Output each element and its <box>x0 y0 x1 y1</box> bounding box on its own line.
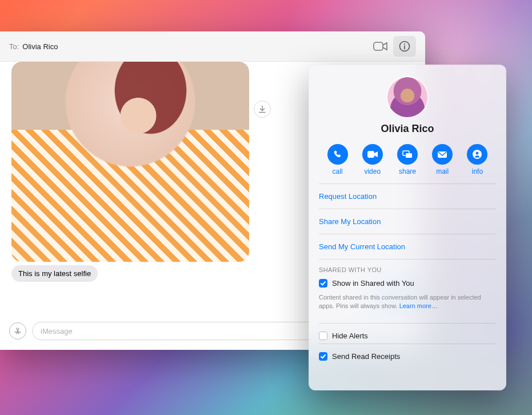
person-icon <box>473 150 482 159</box>
app-store-icon <box>13 326 22 336</box>
checkbox-icon <box>319 352 327 361</box>
video-action[interactable]: video <box>355 144 390 175</box>
share-action[interactable]: share <box>390 144 425 175</box>
show-in-shared-checkbox-row[interactable]: Show in Shared with You <box>319 273 496 291</box>
received-photo[interactable] <box>11 62 249 262</box>
desktop-wallpaper: To: Olivia Rico <box>0 0 532 415</box>
contact-name: Olivia Rico <box>319 123 496 135</box>
svg-rect-3 <box>367 151 374 158</box>
learn-more-link[interactable]: Learn more… <box>399 302 438 309</box>
svg-rect-0 <box>374 42 383 50</box>
video-icon <box>367 151 378 158</box>
share-label: share <box>399 167 416 175</box>
shared-with-you-heading: SHARED WITH YOU <box>319 259 496 273</box>
show-in-shared-label: Show in Shared with You <box>332 279 414 288</box>
video-label: video <box>364 167 381 175</box>
send-current-location-link[interactable]: Send My Current Location <box>319 234 496 259</box>
mail-action[interactable]: mail <box>425 144 460 175</box>
share-my-location-link[interactable]: Share My Location <box>319 209 496 234</box>
mail-label: mail <box>436 167 449 175</box>
call-action[interactable]: call <box>320 144 355 175</box>
request-location-link[interactable]: Request Location <box>319 183 496 209</box>
svg-rect-5 <box>406 153 412 158</box>
to-label: To: <box>9 42 19 51</box>
contact-actions-row: call video share <box>319 144 496 183</box>
video-camera-icon <box>373 41 388 51</box>
phone-icon <box>333 150 342 159</box>
envelope-icon <box>437 151 447 158</box>
info-icon <box>399 41 410 52</box>
contact-avatar[interactable] <box>387 77 427 117</box>
conversation-header: To: Olivia Rico <box>0 31 425 62</box>
apps-button[interactable] <box>9 322 26 340</box>
hide-alerts-checkbox-row[interactable]: Hide Alerts <box>319 323 496 344</box>
checkbox-icon <box>319 279 327 288</box>
info-action[interactable]: info <box>460 144 495 175</box>
checkbox-icon <box>319 332 327 340</box>
incoming-message-bubble[interactable]: This is my latest selfie <box>11 265 98 282</box>
read-receipts-label: Send Read Receipts <box>332 352 400 361</box>
download-icon <box>258 105 266 113</box>
details-button[interactable] <box>393 36 416 57</box>
info-label: info <box>472 167 483 175</box>
screen-share-icon <box>402 150 413 158</box>
facetime-button[interactable] <box>369 36 392 57</box>
svg-point-8 <box>476 152 479 155</box>
svg-point-2 <box>404 43 405 45</box>
shared-helper-text: Content shared in this conversation will… <box>319 291 496 316</box>
read-receipts-checkbox-row[interactable]: Send Read Receipts <box>319 344 496 364</box>
details-popover: Olivia Rico call video <box>309 65 506 390</box>
to-recipient[interactable]: Olivia Rico <box>22 42 58 51</box>
save-attachment-button[interactable] <box>254 101 271 118</box>
hide-alerts-label: Hide Alerts <box>332 332 368 340</box>
call-label: call <box>333 167 343 175</box>
